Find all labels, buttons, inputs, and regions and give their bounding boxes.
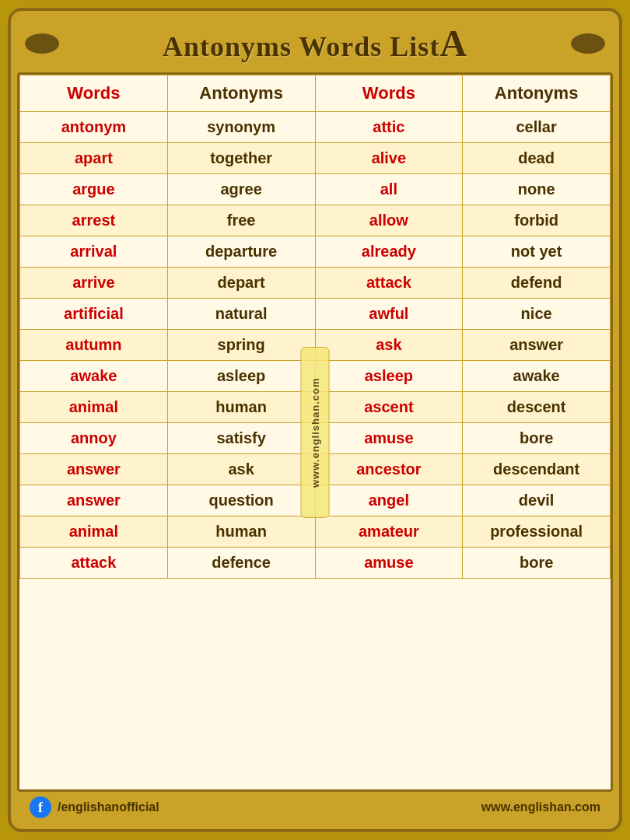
word-cell-right: already	[315, 236, 463, 268]
word-cell-right: awful	[315, 299, 463, 330]
antonym-cell-right: nice	[463, 299, 611, 330]
table-row: argueagreeallnone	[20, 174, 611, 205]
antonym-cell-left: depart	[167, 268, 315, 299]
antonym-cell-left: satisfy	[167, 423, 315, 454]
word-cell-right: attack	[315, 268, 463, 299]
footer: f /englishanofficial www.englishan.com	[17, 792, 613, 823]
word-cell-left: attack	[20, 548, 168, 579]
word-cell-right: amuse	[315, 423, 463, 454]
word-cell-right: ancestor	[315, 454, 463, 485]
word-cell-left: apart	[20, 143, 168, 174]
outer-container: Antonyms Words ListA www.englishan.com W…	[8, 8, 622, 832]
antonyms-table: Words Antonyms Words Antonyms antonymsyn…	[19, 75, 611, 579]
antonym-cell-left: departure	[167, 236, 315, 268]
footer-website: www.englishan.com	[481, 800, 600, 814]
table-row: artificialnaturalawfulnice	[20, 299, 611, 330]
word-cell-left: animal	[20, 516, 168, 548]
table-header-row: Words Antonyms Words Antonyms	[20, 75, 611, 112]
antonym-cell-left: agree	[167, 174, 315, 205]
antonym-cell-right: cellar	[463, 112, 611, 143]
word-cell-right: angel	[315, 485, 463, 516]
word-cell-left: annoy	[20, 423, 168, 454]
antonym-cell-right: awake	[463, 361, 611, 392]
word-cell-left: arrive	[20, 268, 168, 299]
antonym-cell-right: answer	[463, 330, 611, 361]
antonym-cell-right: dead	[463, 143, 611, 174]
antonym-cell-left: ask	[167, 454, 315, 485]
word-cell-left: antonym	[20, 112, 168, 143]
word-cell-left: autumn	[20, 330, 168, 361]
antonym-cell-right: defend	[463, 268, 611, 299]
word-cell-left: argue	[20, 174, 168, 205]
word-cell-right: amuse	[315, 548, 463, 579]
word-cell-right: alive	[315, 143, 463, 174]
table-row: annoysatisfyamusebore	[20, 423, 611, 454]
word-cell-left: answer	[20, 485, 168, 516]
table-row: aparttogetheralivedead	[20, 143, 611, 174]
antonym-cell-right: descent	[463, 392, 611, 423]
table-row: arrestfreeallowforbid	[20, 205, 611, 236]
fb-handle: /englishanofficial	[58, 800, 159, 814]
header-antonyms-2: Antonyms	[463, 75, 611, 112]
table-row: animalhumanascentdescent	[20, 392, 611, 423]
table-row: antonymsynonymatticcellar	[20, 112, 611, 143]
antonym-cell-left: synonym	[167, 112, 315, 143]
word-cell-left: arrival	[20, 236, 168, 268]
title-oval-left	[25, 33, 59, 54]
antonym-cell-right: bore	[463, 548, 611, 579]
word-cell-right: attic	[315, 112, 463, 143]
table-row: awakeasleepasleepawake	[20, 361, 611, 392]
title-main: Antonyms Words List	[163, 31, 439, 62]
table-row: attackdefenceamusebore	[20, 548, 611, 579]
header-words-1: Words	[20, 75, 168, 112]
antonym-cell-right: descendant	[463, 454, 611, 485]
word-cell-right: asleep	[315, 361, 463, 392]
antonym-cell-right: bore	[463, 423, 611, 454]
antonym-cell-right: not yet	[463, 236, 611, 268]
word-cell-right: ascent	[315, 392, 463, 423]
antonym-cell-left: asleep	[167, 361, 315, 392]
antonym-cell-left: natural	[167, 299, 315, 330]
word-cell-left: animal	[20, 392, 168, 423]
antonym-cell-left: together	[167, 143, 315, 174]
antonym-cell-left: spring	[167, 330, 315, 361]
word-cell-left: arrest	[20, 205, 168, 236]
title-bar: Antonyms Words ListA	[17, 17, 613, 72]
table-row: animalhumanamateurprofessional	[20, 516, 611, 548]
table-row: arrivedepartattackdefend	[20, 268, 611, 299]
title-text: Antonyms Words ListA	[163, 22, 467, 65]
word-cell-left: answer	[20, 454, 168, 485]
facebook-icon: f	[30, 796, 51, 818]
antonym-cell-left: human	[167, 392, 315, 423]
antonym-cell-left: question	[167, 485, 315, 516]
antonym-cell-right: forbid	[463, 205, 611, 236]
title-oval-right	[571, 33, 605, 54]
header-words-2: Words	[315, 75, 463, 112]
table-row: answerquestionangeldevil	[20, 485, 611, 516]
antonym-cell-right: professional	[463, 516, 611, 548]
antonym-cell-right: none	[463, 174, 611, 205]
word-cell-left: artificial	[20, 299, 168, 330]
word-cell-right: all	[315, 174, 463, 205]
antonym-cell-left: human	[167, 516, 315, 548]
table-container: www.englishan.com Words Antonyms Words A…	[17, 72, 613, 792]
title-letter: A	[439, 23, 467, 64]
antonym-cell-right: devil	[463, 485, 611, 516]
antonym-cell-left: free	[167, 205, 315, 236]
word-cell-right: amateur	[315, 516, 463, 548]
table-row: autumnspringaskanswer	[20, 330, 611, 361]
table-row: arrivaldeparturealreadynot yet	[20, 236, 611, 268]
header-antonyms-1: Antonyms	[167, 75, 315, 112]
word-cell-right: allow	[315, 205, 463, 236]
word-cell-right: ask	[315, 330, 463, 361]
footer-left: f /englishanofficial	[30, 796, 159, 818]
table-row: answeraskancestordescendant	[20, 454, 611, 485]
antonym-cell-left: defence	[167, 548, 315, 579]
word-cell-left: awake	[20, 361, 168, 392]
